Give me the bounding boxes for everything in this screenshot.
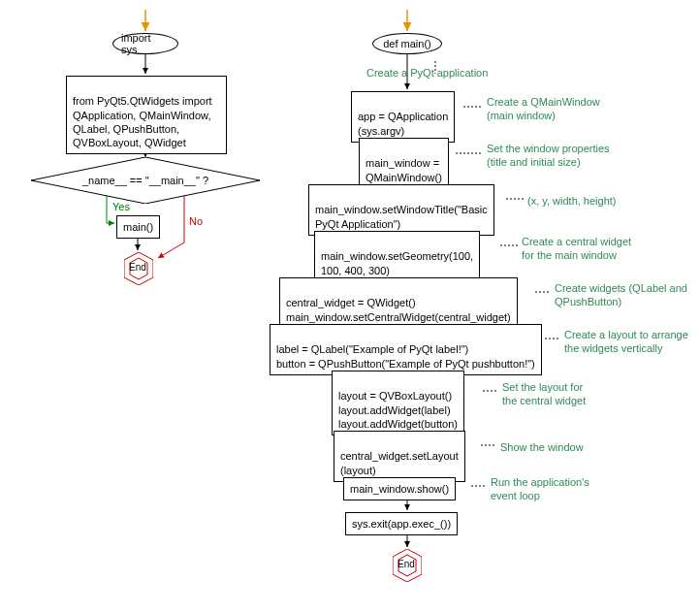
node-labels: label = QLabel("Example of PyQt label!")… bbox=[270, 324, 542, 375]
node-label: central_widget = QWidget() main_window.s… bbox=[286, 297, 511, 322]
comment-mw: Set the window properties (title and ini… bbox=[487, 142, 610, 170]
node-label: from PyQt5.QtWidgets import QApplication… bbox=[73, 95, 212, 148]
comment-setlayout: Show the window bbox=[500, 440, 584, 454]
node-label: main_window = QMainWindow() bbox=[366, 157, 442, 182]
node-setlayout: central_widget.setLayout (layout) bbox=[334, 431, 465, 482]
edge-label-yes: Yes bbox=[112, 201, 130, 212]
comment-show: Run the application's event loop bbox=[491, 475, 589, 503]
node-app: app = QApplication (sys.argv) bbox=[351, 91, 455, 143]
node-show: main_window.show() bbox=[343, 477, 456, 500]
node-geom: main_window.setGeometry(100, 100, 400, 3… bbox=[314, 231, 480, 282]
node-mainwindow: main_window = QMainWindow() bbox=[359, 138, 449, 189]
node-import-sys: import sys bbox=[112, 33, 178, 54]
node-label: main() bbox=[123, 221, 153, 233]
node-end-right: End bbox=[393, 549, 422, 584]
node-label: app = QApplication (sys.argv) bbox=[358, 111, 448, 136]
comment-top: Create a PyQt application bbox=[366, 66, 488, 80]
end-label: End bbox=[129, 262, 146, 273]
node-label: label = QLabel("Example of PyQt label!")… bbox=[276, 343, 535, 369]
comment-central: Create widgets (QLabel and QPushButton) bbox=[555, 281, 687, 309]
node-decision-main: _name__ == "__main__" ? bbox=[31, 157, 260, 204]
comment-layout: Set the layout for the central widget bbox=[502, 380, 586, 408]
node-main-call: main() bbox=[116, 215, 160, 239]
node-label: layout = QVBoxLayout() layout.addWidget(… bbox=[338, 390, 458, 430]
node-label: main_window.setWindowTitle("Basic PyQt A… bbox=[315, 204, 488, 229]
end-label: End bbox=[398, 559, 415, 569]
node-exit: sys.exit(app.exec_()) bbox=[345, 512, 458, 535]
comment-title: (x, y, width, height) bbox=[527, 194, 617, 208]
node-central: central_widget = QWidget() main_window.s… bbox=[279, 277, 518, 329]
comment-geom: Create a central widget for the main win… bbox=[522, 235, 631, 263]
node-end-left: End bbox=[124, 252, 153, 287]
node-label: main_window.show() bbox=[350, 483, 449, 495]
comment-app: Create a QMainWindow (main window) bbox=[487, 95, 600, 123]
node-label: sys.exit(app.exec_()) bbox=[352, 518, 451, 530]
edge-label-no: No bbox=[189, 215, 203, 227]
node-title: main_window.setWindowTitle("Basic PyQt A… bbox=[308, 184, 494, 236]
node-layout: layout = QVBoxLayout() layout.addWidget(… bbox=[332, 371, 464, 436]
node-label: def main() bbox=[383, 38, 431, 49]
svg-marker-26 bbox=[31, 157, 260, 204]
comment-labels: Create a layout to arrange the widgets v… bbox=[564, 328, 688, 356]
node-label: import sys bbox=[121, 32, 170, 55]
node-label: central_widget.setLayout (layout) bbox=[340, 450, 459, 475]
node-def-main: def main() bbox=[372, 33, 442, 54]
node-label: main_window.setGeometry(100, 100, 400, 3… bbox=[321, 250, 473, 275]
node-from-import: from PyQt5.QtWidgets import QApplication… bbox=[66, 76, 227, 154]
